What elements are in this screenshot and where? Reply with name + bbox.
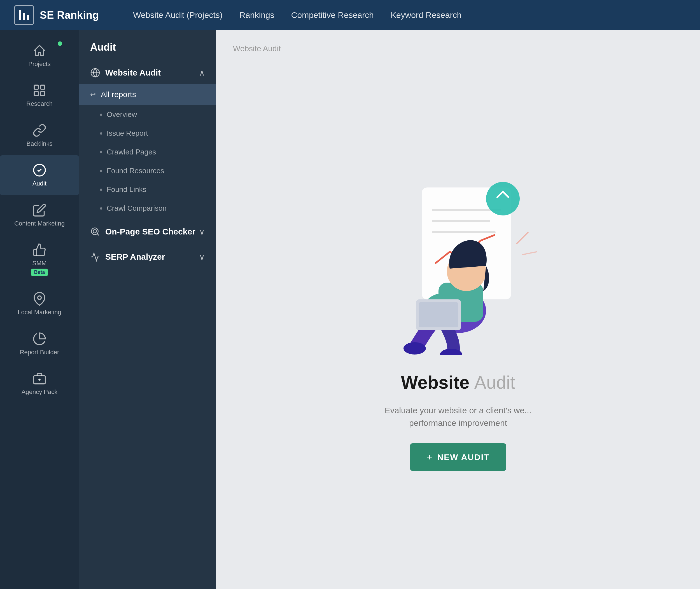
sidebar-item-audit[interactable]: Audit	[0, 155, 79, 195]
sub-dot	[100, 132, 102, 135]
menu-header-serp-analyzer[interactable]: SERP Analyzer ∨	[79, 246, 216, 268]
svg-line-30	[523, 252, 537, 255]
menu-item-found-resources[interactable]: Found Resources	[79, 162, 216, 180]
main-body: Projects Research Backlinks	[0, 30, 700, 589]
sub-dot	[100, 189, 102, 191]
audit-illustration	[360, 165, 556, 361]
brand-name: SE Ranking	[40, 9, 99, 21]
second-sidebar: Audit Website Audit ∧ ↩ All reports	[79, 30, 216, 589]
svg-point-14	[92, 228, 98, 235]
menu-header-text-serp-analyzer: SERP Analyzer	[105, 252, 165, 262]
sidebar-label-smm: SMM	[32, 260, 46, 267]
sidebar-item-content-marketing[interactable]: Content Marketing	[0, 195, 79, 235]
menu-section-serp-analyzer: SERP Analyzer ∨	[79, 246, 216, 268]
menu-item-crawled-pages-label: Crawled Pages	[107, 148, 156, 156]
chevron-down-icon: ∨	[199, 227, 205, 236]
main-title-light: Audit	[474, 372, 515, 393]
svg-rect-5	[34, 92, 38, 96]
menu-item-all-reports-label: All reports	[101, 90, 136, 99]
brand-icon	[14, 5, 34, 25]
sidebar-label-content-marketing: Content Marketing	[14, 220, 65, 227]
main-title: Website Audit	[401, 372, 515, 393]
menu-item-all-reports[interactable]: ↩ All reports	[79, 84, 216, 105]
menu-item-crawl-comparison[interactable]: Crawl Comparison	[79, 199, 216, 218]
sidebar-item-smm[interactable]: SMM Beta	[0, 235, 79, 284]
nav-link-rankings[interactable]: Rankings	[239, 10, 274, 20]
menu-item-issue-report-label: Issue Report	[107, 129, 148, 138]
sidebar-item-local-marketing[interactable]: Local Marketing	[0, 284, 79, 324]
menu-section-website-audit: Website Audit ∧ ↩ All reports Overview I…	[79, 61, 216, 218]
breadcrumb: Website Audit	[233, 44, 281, 53]
menu-item-overview[interactable]: Overview	[79, 105, 216, 124]
plus-icon: +	[427, 452, 433, 462]
sidebar-item-report-builder[interactable]: Report Builder	[0, 324, 79, 364]
sidebar-item-agency-pack[interactable]: Agency Pack	[0, 364, 79, 403]
beta-badge: Beta	[31, 268, 47, 276]
svg-rect-28	[419, 302, 458, 327]
menu-item-overview-label: Overview	[107, 110, 137, 119]
sidebar-label-research: Research	[26, 100, 53, 108]
menu-item-found-resources-label: Found Resources	[107, 167, 164, 175]
menu-header-on-page-seo[interactable]: On-Page SEO Checker ∨	[79, 220, 216, 243]
content-center: Website Audit Evaluate your website or a…	[360, 165, 556, 471]
chevron-up-icon: ∧	[199, 68, 205, 77]
svg-rect-0	[19, 10, 21, 20]
menu-header-left: Website Audit	[90, 68, 161, 78]
menu-item-found-links[interactable]: Found Links	[79, 180, 216, 199]
nav-link-website-audit[interactable]: Website Audit (Projects)	[133, 10, 223, 20]
sidebar-title: Audit	[79, 41, 216, 61]
svg-rect-4	[41, 85, 45, 89]
back-arrow-icon: ↩	[90, 91, 96, 99]
menu-section-on-page-seo: On-Page SEO Checker ∨	[79, 220, 216, 243]
menu-header-text-website-audit: Website Audit	[105, 68, 161, 77]
nav-link-competitive-research[interactable]: Competitive Research	[291, 10, 374, 20]
sidebar-label-backlinks: Backlinks	[27, 140, 53, 148]
brand[interactable]: SE Ranking	[14, 5, 99, 25]
sidebar-label-audit: Audit	[32, 180, 46, 187]
nav-link-keyword-research[interactable]: Keyword Research	[391, 10, 461, 20]
sidebar-label-agency-pack: Agency Pack	[22, 388, 57, 396]
menu-item-crawl-comparison-label: Crawl Comparison	[107, 204, 167, 213]
sidebar-item-projects[interactable]: Projects	[0, 36, 79, 75]
menu-item-crawled-pages[interactable]: Crawled Pages	[79, 143, 216, 162]
svg-rect-2	[27, 15, 29, 20]
menu-header-website-audit[interactable]: Website Audit ∧	[79, 61, 216, 84]
sub-dot	[100, 114, 102, 116]
sidebar-label-local-marketing: Local Marketing	[18, 309, 61, 316]
sub-dot	[100, 170, 102, 172]
menu-header-left-seo: On-Page SEO Checker	[90, 227, 195, 237]
svg-point-23	[404, 342, 426, 355]
sub-dot	[100, 207, 102, 210]
svg-line-29	[517, 232, 528, 243]
sidebar-item-backlinks[interactable]: Backlinks	[0, 116, 79, 155]
sub-dot	[100, 151, 102, 153]
nav-divider	[116, 8, 116, 22]
svg-point-21	[486, 182, 520, 215]
menu-header-left-serp: SERP Analyzer	[90, 252, 165, 262]
nav-links: Website Audit (Projects) Rankings Compet…	[133, 10, 461, 20]
svg-rect-3	[34, 85, 38, 89]
sidebar-label-report-builder: Report Builder	[20, 349, 59, 356]
online-indicator	[58, 41, 62, 46]
main-subtitle: Evaluate your website or a client's we..…	[385, 404, 532, 429]
sidebar-label-projects: Projects	[28, 60, 50, 68]
menu-header-text-on-page-seo: On-Page SEO Checker	[105, 227, 195, 236]
chevron-down-icon-serp: ∨	[199, 252, 205, 262]
new-audit-label: NEW AUDIT	[437, 452, 489, 462]
sidebar-item-research[interactable]: Research	[0, 75, 79, 115]
icon-sidebar: Projects Research Backlinks	[0, 30, 79, 589]
main-title-bold: Website	[401, 372, 469, 393]
new-audit-button[interactable]: + NEW AUDIT	[410, 443, 507, 471]
svg-rect-6	[41, 92, 45, 96]
main-content: Website Audit	[216, 30, 700, 589]
top-navigation: SE Ranking Website Audit (Projects) Rank…	[0, 0, 700, 30]
svg-point-16	[93, 230, 97, 233]
svg-line-15	[97, 234, 99, 236]
svg-point-8	[38, 296, 41, 300]
menu-item-found-links-label: Found Links	[107, 185, 146, 194]
svg-rect-1	[23, 13, 25, 20]
menu-item-issue-report[interactable]: Issue Report	[79, 124, 216, 143]
